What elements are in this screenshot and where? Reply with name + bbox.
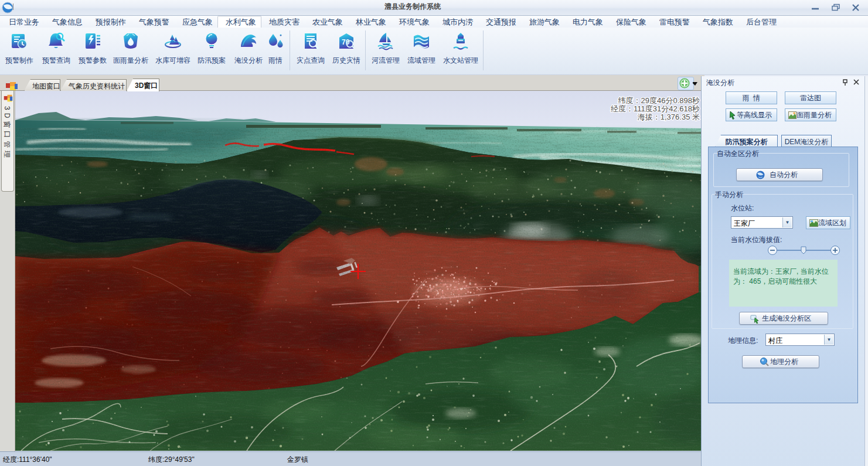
svg-text:纬度：29度46分0.898秒: 纬度：29度46分0.898秒 bbox=[618, 96, 700, 105]
svg-text:经度：111度31分42.618秒: 经度：111度31分42.618秒 bbox=[611, 104, 700, 113]
svg-text:70: 70 bbox=[342, 38, 350, 46]
svg-text:海拔：1,376.35 米: 海拔：1,376.35 米 bbox=[638, 113, 700, 121]
